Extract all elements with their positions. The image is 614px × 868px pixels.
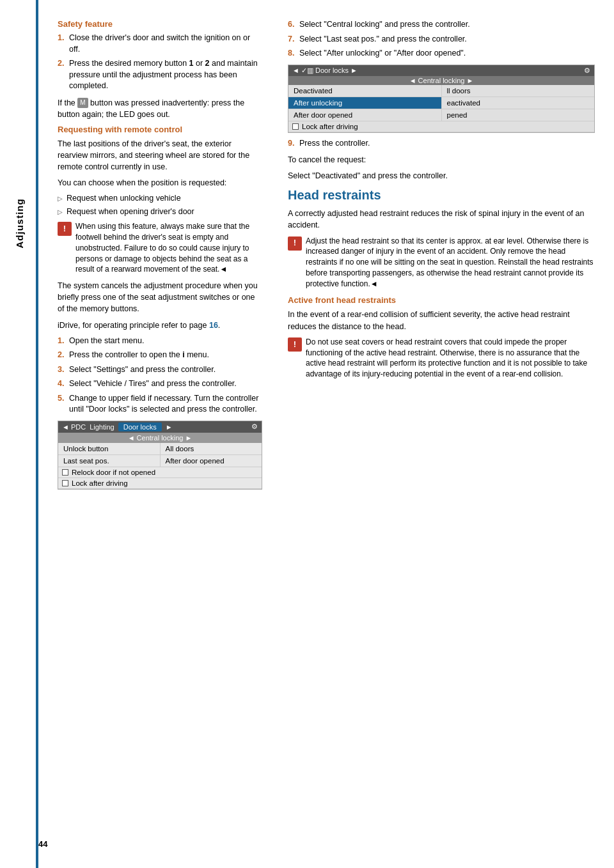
checkbox-lockafter [62, 480, 68, 486]
screen1-cell-unlock-value: All doors [161, 443, 262, 454]
requesting-bullets: ▷ Request when unlocking vehicle ▷ Reque… [58, 193, 262, 217]
right-column: 6. Select "Central locking" and press th… [275, 19, 614, 849]
sidebar-bar [36, 0, 38, 868]
warning-icon-1: ! [58, 222, 72, 236]
screen2-ll-doors: ll doors [442, 85, 595, 97]
cancel-text: To cancel the request: [288, 154, 595, 166]
step-9-list: 9. Press the controller. [288, 138, 595, 150]
head-restraints-heading: Head restraints [288, 188, 595, 203]
m-button: M [77, 98, 88, 109]
num-8: 8. [288, 48, 299, 59]
screen2-pened: pened [442, 109, 595, 121]
step-7: 7. Select "Last seat pos." and press the… [288, 34, 595, 45]
step-9: 9. Press the controller. [288, 138, 595, 150]
screen2-subtitle: ◄ Central locking ► [288, 76, 594, 85]
bullet-arrow-1: ▷ [58, 194, 63, 203]
screen-mockup-1: ◄ PDC Lighting Door locks ► ⚙ ◄ Central … [58, 421, 262, 490]
screen1-cell-seat-label: Last seat pos. [58, 455, 161, 467]
active-head-restraints-warning-box: ! Do not use seat covers or head restrai… [288, 337, 595, 380]
req-step-1: 1. Open the start menu. [58, 336, 262, 347]
screen1-checkbox-2: Lock after driving [58, 478, 262, 489]
req-step-2: 2. Press the controller to open the i me… [58, 350, 262, 361]
num-7: 7. [288, 34, 299, 45]
screen2-deactivated: Deactivated [288, 85, 442, 97]
screen2-checkbox: Lock after driving [288, 121, 594, 132]
requesting-warning-box: ! When using this feature, always make s… [58, 221, 262, 275]
requesting-section: Requesting with remote control The last … [58, 125, 262, 490]
req-num-1: 1. [58, 336, 69, 347]
screen1-row-2: Last seat pos. After door opened [58, 455, 262, 467]
safety-feature-section: Safety feature 1. Close the driver's doo… [58, 19, 262, 120]
sidebar-label: Adjusting [14, 210, 25, 249]
warning-icon-2: ! [288, 236, 302, 251]
head-restraints-section: Head restraints A correctly adjusted hea… [288, 188, 595, 380]
requesting-warning-text: When using this feature, always make sur… [75, 221, 262, 275]
step-text-2: Press the desired memory button 1 or 2 a… [69, 58, 262, 92]
req-step-5: 5. Change to upper field if necessary. T… [58, 393, 262, 415]
num-9: 9. [288, 138, 299, 150]
screen2-after-door-opened: After door opened [288, 109, 442, 121]
idrive-link[interactable]: 16 [209, 321, 218, 330]
steps-continued: 6. Select "Central locking" and press th… [288, 19, 595, 59]
checkbox-lock-after-driving [292, 123, 299, 130]
screen1-cell-unlock-label: Unlock button [58, 443, 161, 454]
req-text-2: Press the controller to open the i menu. [69, 350, 209, 361]
active-head-restraints-warning-text: Do not use seat covers or head restraint… [306, 337, 595, 380]
screen1-cell-seat-value: After door opened [161, 455, 262, 467]
left-column: Safety feature 1. Close the driver's doo… [38, 19, 275, 849]
requesting-body2: You can choose when the position is requ… [58, 177, 262, 189]
req-step-4: 4. Select "Vehicle / Tires" and press th… [58, 378, 262, 390]
screen-mockup-2: ◄ ✓▥ Door locks ► ⚙ ◄ Central locking ► … [288, 65, 595, 133]
step-num-1: 1. [58, 33, 69, 55]
bullet-item-2: ▷ Request when opening driver's door [58, 206, 262, 218]
req-step-3: 3. Select "Settings" and press the contr… [58, 364, 262, 376]
requesting-heading: Requesting with remote control [58, 125, 262, 134]
num-6: 6. [288, 19, 299, 31]
head-restraints-body1: A correctly adjusted head restraint redu… [288, 208, 595, 231]
sidebar: Adjusting [0, 0, 38, 868]
warning-icon-3: ! [288, 337, 302, 352]
req-num-2: 2. [58, 350, 69, 361]
safety-note: If the M button was pressed inadvertentl… [58, 97, 262, 120]
safety-feature-steps: 1. Close the driver's door and switch th… [58, 33, 262, 92]
screen2-eactivated: eactivated [442, 97, 595, 109]
screen1-row-1: Unlock button All doors [58, 443, 262, 455]
bullet-item-1: ▷ Request when unlocking vehicle [58, 193, 262, 205]
screen1-subtitle: ◄ Central locking ► [58, 433, 262, 443]
screen1-checkbox-1: Relock door if not opened [58, 467, 262, 478]
step-6: 6. Select "Central locking" and press th… [288, 19, 595, 31]
requesting-steps: 1. Open the start menu. 2. Press the con… [58, 336, 262, 415]
safety-step-2: 2. Press the desired memory button 1 or … [58, 58, 262, 92]
req-num-5: 5. [58, 393, 69, 415]
idrive-ref: iDrive, for operating principle refer to… [58, 320, 262, 331]
page-number: 44 [38, 839, 47, 849]
active-head-restraints-heading: Active front head restraints [288, 295, 595, 305]
head-restraints-warning-box: ! Adjust the head restraint so that its … [288, 236, 595, 290]
requesting-body1: The last positions of the driver's seat,… [58, 138, 262, 173]
cancel-detail: Select "Deactivated" and press the contr… [288, 170, 595, 182]
screen2-row-3: After door opened pened [288, 109, 594, 121]
screen1-titlebar: ◄ PDC Lighting Door locks ► ⚙ [58, 421, 262, 433]
active-head-restraints-body1: In the event of a rear-end collision of … [288, 309, 595, 332]
screen2-after-unlocking: After unlocking [288, 97, 442, 109]
checkbox-relock [62, 469, 68, 476]
screen2-titlebar: ◄ ✓▥ Door locks ► ⚙ [288, 65, 594, 76]
req-num-4: 4. [58, 378, 69, 390]
requesting-body3: The system cancels the adjustment proced… [58, 280, 262, 314]
bullet-arrow-2: ▷ [58, 208, 63, 217]
screen2-row-1: Deactivated ll doors [288, 85, 594, 97]
step-text-1: Close the driver's door and switch the i… [69, 33, 262, 55]
head-restraints-warning-text: Adjust the head restraint so that its ce… [306, 236, 595, 290]
step-8: 8. Select "After unlocking" or "After do… [288, 48, 595, 59]
req-num-3: 3. [58, 364, 69, 376]
screen2-row-2: After unlocking eactivated [288, 97, 594, 109]
step-num-2: 2. [58, 58, 69, 92]
safety-feature-heading: Safety feature [58, 19, 262, 29]
safety-step-1: 1. Close the driver's door and switch th… [58, 33, 262, 55]
